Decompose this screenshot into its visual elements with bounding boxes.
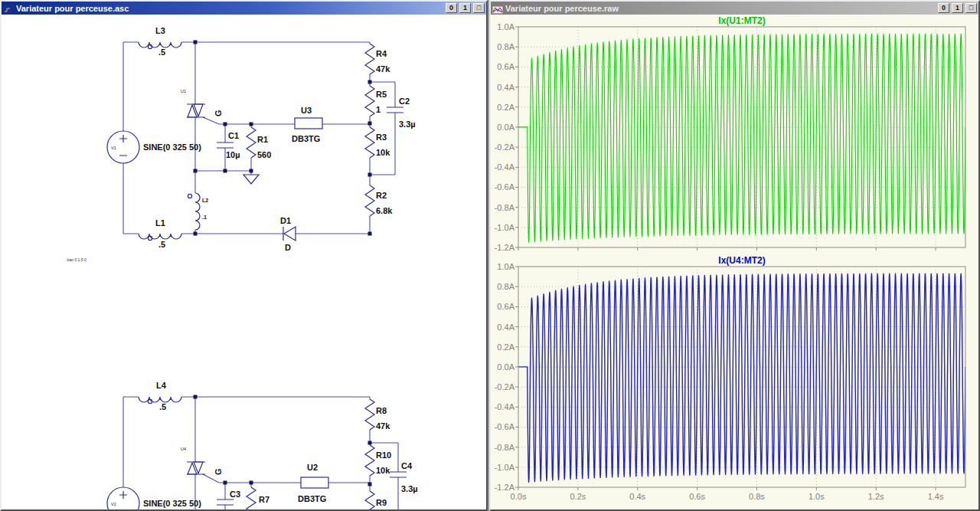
minimize-button[interactable]: 0 xyxy=(938,3,949,13)
x-axis-tick-label: 0.4s xyxy=(629,492,645,501)
value-V1: SINE(0 325 50) xyxy=(143,142,201,152)
inductor-L4 xyxy=(139,397,181,402)
y-axis-tick-label: 0.0A xyxy=(497,123,514,132)
label-R10: R10 xyxy=(376,450,391,460)
y-axis-tick-label: 0.2A xyxy=(497,103,514,112)
schematic-canvas[interactable]: L3 .5 V1 SINE(0 325 50) U1 G C1 10µ R1 5… xyxy=(2,15,486,509)
schematic-window: Variateur pour perceuse.asc 0 1 □ xyxy=(0,0,488,511)
resistor-R1 xyxy=(247,127,256,158)
y-axis-tick-label: -0.4A xyxy=(495,402,515,411)
resistor-R10 xyxy=(365,445,374,476)
waveform-canvas[interactable]: 1.0A0.8A0.6A0.4A0.2A0.0A-0.2A-0.4A-0.6A-… xyxy=(491,15,978,509)
y-axis-tick-label: -1.2A xyxy=(495,243,515,252)
label-L4: L4 xyxy=(156,381,167,390)
y-axis-tick-label: 0.8A xyxy=(497,282,514,291)
y-axis-tick-label: 0.0A xyxy=(497,362,514,372)
y-axis-tick-label: -0.6A xyxy=(495,182,515,192)
schematic-window-title: Variateur pour perceuse.asc xyxy=(16,4,443,13)
schematic-titlebar[interactable]: Variateur pour perceuse.asc 0 1 □ xyxy=(2,2,486,15)
capacitor-C2 xyxy=(387,107,403,113)
y-axis-tick-label: 0.2A xyxy=(497,342,514,352)
y-axis-tick-label: -1.0A xyxy=(495,463,515,472)
label-R7: R7 xyxy=(259,495,270,504)
label-R5: R5 xyxy=(376,90,387,99)
inductor-L2 xyxy=(195,193,200,230)
waveform-window: Variateur pour perceuse.raw 0 1 □ 1.0A0.… xyxy=(489,0,980,511)
x-axis-tick-label: 0.6s xyxy=(689,492,705,501)
minimize-button[interactable]: 0 xyxy=(446,3,457,13)
resistor-R2 xyxy=(365,185,374,216)
y-axis-tick-label: -0.8A xyxy=(495,443,515,452)
label-V2: V2 xyxy=(111,502,116,506)
label-C2: C2 xyxy=(399,97,410,106)
resistor-R4 xyxy=(365,44,374,74)
label-R1: R1 xyxy=(257,135,268,144)
resistor-R5 xyxy=(365,86,374,116)
label-U2: U2 xyxy=(307,463,318,472)
y-axis-tick-label: -0.8A xyxy=(495,203,515,212)
maximize-button[interactable]: □ xyxy=(473,3,485,13)
x-axis-tick-label: 1.2s xyxy=(868,492,884,501)
waveform-window-title: Variateur pour perceuse.raw xyxy=(505,4,936,13)
circuit-wires xyxy=(123,42,398,509)
diac-U3 xyxy=(295,118,322,129)
value-V2: SINE(0 325 50) xyxy=(143,499,201,508)
resistor-R7 xyxy=(247,487,256,509)
y-axis-tick-label: 0.6A xyxy=(497,62,514,71)
resistor-R8 xyxy=(365,399,374,430)
label-L3: L3 xyxy=(155,26,165,35)
value-C2: 3.3µ xyxy=(399,120,416,129)
diode-D1 xyxy=(283,227,296,241)
gate-label-top: G xyxy=(214,110,223,116)
value-U3: DB3TG xyxy=(292,134,320,143)
maximize-button[interactable]: □ xyxy=(965,3,977,13)
phase-dot-L2 xyxy=(188,194,191,198)
label-U3: U3 xyxy=(301,106,312,115)
capacitor-C1 xyxy=(217,142,234,148)
y-axis-tick-label: -1.2A xyxy=(495,483,515,492)
capacitor-C3 xyxy=(217,500,234,505)
y-axis-tick-label: -0.2A xyxy=(495,142,515,152)
schematic-file-icon xyxy=(3,4,14,13)
plot-title: Ix(U4:MT2) xyxy=(718,255,765,266)
plot-pane-2: 1.0A0.8A0.6A0.4A0.2A0.0A-0.2A-0.4A-0.6A-… xyxy=(495,255,965,501)
plot-title: Ix(U1:MT2) xyxy=(718,15,765,26)
value-R3: 10k xyxy=(376,148,390,157)
label-R4: R4 xyxy=(376,49,387,58)
waveform-file-icon xyxy=(492,4,503,13)
triac-U4 xyxy=(187,462,205,474)
value-C1: 10µ xyxy=(226,150,240,159)
x-axis-tick-label: 0.8s xyxy=(749,492,765,501)
restore-button[interactable]: 1 xyxy=(952,3,963,13)
y-axis-tick-label: -0.2A xyxy=(495,382,515,391)
x-axis-tick-label: 1.4s xyxy=(928,492,944,501)
label-R3: R3 xyxy=(376,133,387,142)
value-R2: 6.8k xyxy=(376,206,393,215)
y-axis-tick-label: 0.4A xyxy=(497,323,514,332)
inductor-L1 xyxy=(139,234,181,239)
schematic-drawing: L3 .5 V1 SINE(0 325 50) U1 G C1 10µ R1 5… xyxy=(2,15,486,509)
triac-U1 xyxy=(187,104,205,117)
value-R10: 10k xyxy=(376,466,390,475)
value-R5: 1 xyxy=(376,105,381,114)
restore-button[interactable]: 1 xyxy=(459,3,471,13)
value-R8: 47k xyxy=(376,421,390,431)
junction-dots xyxy=(194,41,372,486)
ltspice-workspace: Variateur pour perceuse.asc 0 1 □ xyxy=(0,0,980,511)
value-R4: 47k xyxy=(376,64,390,74)
gate-label-bottom: G xyxy=(214,468,223,475)
label-U1: U1 xyxy=(181,89,186,93)
value-C4: 3.3µ xyxy=(401,484,418,493)
label-R9: R9 xyxy=(376,498,387,507)
waveform-titlebar[interactable]: Variateur pour perceuse.raw 0 1 □ xyxy=(491,2,978,15)
y-axis-tick-label: -1.0A xyxy=(495,223,515,232)
waveform-plots: 1.0A0.8A0.6A0.4A0.2A0.0A-0.2A-0.4A-0.6A-… xyxy=(491,15,978,509)
resistor-R3 xyxy=(365,127,374,158)
x-axis-tick-label: 1.0s xyxy=(808,492,825,501)
ground-symbol xyxy=(243,175,259,184)
label-L2: L2 xyxy=(202,198,208,203)
label-U4: U4 xyxy=(181,447,186,451)
resistor-R9 xyxy=(365,491,374,509)
x-axis-tick-label: 0.2s xyxy=(570,492,586,501)
y-axis-tick-label: 0.4A xyxy=(497,83,514,92)
